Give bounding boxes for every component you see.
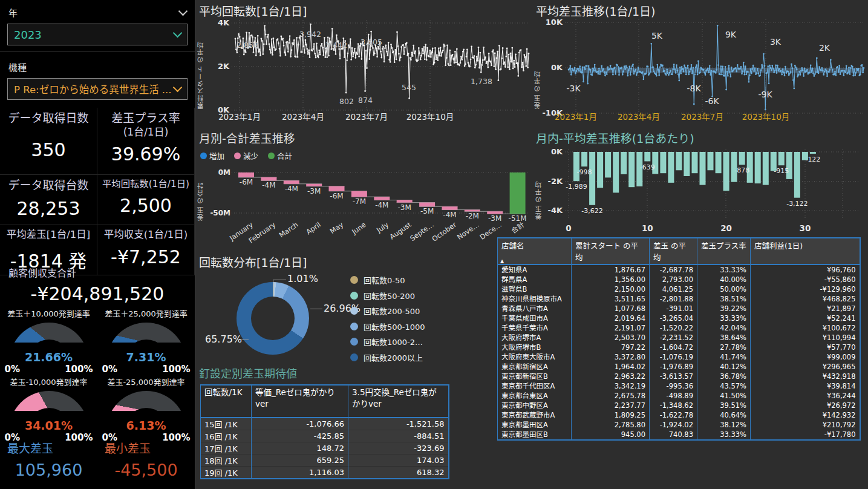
chevron-down-icon[interactable] [178, 6, 188, 16]
table-cell: -884.51 [348, 430, 449, 442]
legend-item[interactable]: 回転数0-50 [350, 274, 405, 286]
machine-filter-label: 機種 [8, 61, 27, 73]
extreme-card: 最大差玉105,960 [0, 439, 97, 479]
table-row[interactable]: 東京都墨田区B945.00740.8333.33%-¥17,780 [498, 430, 860, 440]
svg-text:0K: 0K [551, 63, 563, 72]
table-row[interactable]: 青森県八戸市A1,077.68-391.0139.22%¥21,897 [498, 304, 860, 313]
table-cell: -1,521.58 [348, 418, 449, 430]
svg-text:-915: -915 [774, 167, 789, 175]
table-row[interactable]: 千葉県千葉市A2,191.07-1,520.2242.04%¥100,672 [498, 323, 860, 333]
table-row[interactable]: 愛知県A1,876.67-2,687.7833.33%¥96,760 [498, 264, 860, 275]
table-cell: 東京都千代田区A [498, 381, 572, 391]
table-cell: 滋賀県B [498, 284, 572, 294]
table-row[interactable]: 18回 /1K659.25174.03 [201, 455, 449, 467]
spin-distribution-donut[interactable] [237, 282, 309, 355]
table-row[interactable]: 大阪府東大阪市A3,372.80-1,076.1941.74%¥99,009 [498, 352, 860, 362]
table-cell: -995.36 [650, 381, 697, 391]
table-cell: 42.04% [697, 323, 751, 333]
svg-text:1,738: 1,738 [471, 77, 492, 86]
table-cell: 愛知県A [498, 264, 572, 275]
table-row[interactable]: 東京都武蔵野市A1,809.25-1,622.7840.64%¥142,932 [498, 410, 860, 420]
table-row[interactable]: 大阪府堺市B797.22-1,604.7227.78%¥57,770 [498, 343, 860, 352]
extreme-value: -45,500 [97, 461, 195, 479]
extreme-card: 最小差玉-45,500 [97, 439, 195, 479]
svg-text:10: 10 [642, 223, 653, 233]
gauge-arc[interactable]: 21.66% [9, 323, 89, 363]
extremes-row: 最大差玉105,960最小差玉-45,500 [0, 439, 195, 479]
column-header[interactable]: 店舗利益(1日) [751, 238, 860, 264]
table-row[interactable]: 群馬県A1,356.002,793.0040.00%-¥55,860 [498, 275, 860, 284]
svg-text:March: March [278, 220, 300, 240]
table-row[interactable]: 神奈川県相模原市A3,511.65-2,801.8838.51%¥468,825 [498, 294, 860, 304]
column-header[interactable]: 差玉プラス率 [697, 238, 751, 264]
legend-item[interactable]: 回転数1000-2… [350, 336, 423, 347]
svg-text:-4M: -4M [262, 181, 275, 189]
total-balance-label: 顧客側収支合計 [0, 265, 195, 280]
table-row[interactable]: 16回 /1K-425.85-884.51 [201, 430, 449, 442]
table-row[interactable]: 大阪府堺市A2,503.70-2,231.5238.64%¥110,994 [498, 333, 860, 343]
table-row[interactable]: 滋賀県B2,150.004,061.2550.00%-¥129,960 [498, 284, 860, 294]
table-row[interactable]: 東京都千代田区A3,342.19-995.3643.57%¥39,814 [498, 381, 860, 391]
legend-item[interactable]: 回転数200-500 [350, 305, 420, 317]
table-row[interactable]: 東京都新宿区A1,964.02-1,976.8940.12%¥296,965 [498, 362, 860, 372]
legend-label: 回転数0-50 [364, 274, 405, 286]
gauge-arc[interactable]: 6.13% [106, 391, 186, 431]
gauge-value: 34.01% [9, 419, 89, 432]
gauge-min: 0% [102, 364, 117, 375]
gauge-arc[interactable]: 34.01% [9, 391, 89, 431]
waterfall-chart[interactable]: 0M-50M-6M-4M-4M-3M-6M-7M-4M-3M-5M-4M-2M-… [195, 127, 533, 251]
table-cell: 3,342.19 [572, 381, 650, 391]
table-cell: ¥39,814 [751, 381, 860, 391]
table-row[interactable]: 19回 /1K1,116.03618.32 [201, 467, 449, 479]
year-select[interactable]: 2023 [7, 24, 188, 45]
column-header[interactable]: 差玉 の平均 [650, 238, 697, 264]
column-header[interactable]: 累計スタート の平均 [572, 238, 650, 264]
table-cell: 東京都武蔵野市A [498, 410, 572, 420]
table-cell: 39.51% [697, 401, 751, 410]
kpi-card: 差玉プラス率(1台/1日)39.69% [97, 108, 195, 175]
table-cell: 33.33% [697, 313, 751, 323]
table-cell: 東京都墨田区A [498, 420, 572, 430]
avg-spins-line-chart[interactable]: 4K2K0K2023年1月2023年4月2023年7月2023年10月2,858… [195, 0, 533, 127]
table-row[interactable]: 東京都中野区A2,237.77-1,348.6239.51%¥26,972 [498, 401, 860, 410]
svg-text:-8K: -8K [687, 84, 701, 93]
svg-text:-7M: -7M [353, 197, 366, 206]
avg-balls-line-chart[interactable]: 10K0K-10K2023年1月2023年4月2023年7月2023年10月5K… [532, 0, 868, 127]
svg-text:-4M: -4M [285, 185, 298, 193]
table-cell: ¥142,932 [751, 410, 860, 420]
svg-text:May: May [328, 220, 345, 235]
svg-text:3,442: 3,442 [325, 41, 347, 50]
table-cell: 3,372.80 [572, 352, 650, 362]
table-cell: 千葉県成田市A [498, 313, 572, 323]
callout-line [273, 280, 273, 284]
svg-text:Septe…: Septe… [408, 220, 436, 243]
table-row[interactable]: 東京都新宿区B2,963.22-3,613.5736.78%¥432,918 [498, 372, 860, 381]
machine-select[interactable]: P Re:ゼロから始める異世界生活 ... [7, 78, 188, 100]
svg-text:-4M: -4M [443, 211, 456, 219]
panel-avg-spins: 平均回転数[1台/1日] 累計スタート の平均 4K2K0K2023年1月202… [195, 0, 533, 127]
column-header[interactable]: 等価_Reゼロ鬼がかりver [252, 385, 348, 418]
table-row[interactable]: 東京都台東区A2,675.78-498.8941.50%¥36,244 [498, 391, 860, 401]
gauge-arc[interactable]: 7.31% [106, 323, 186, 363]
gauge-label: 差玉＋10,000発到達率 [0, 307, 97, 319]
svg-text:0K: 0K [551, 147, 563, 156]
table-cell: 38.51% [697, 294, 751, 304]
legend-item[interactable]: 回転数500-1000 [350, 321, 425, 332]
table-row[interactable]: 千葉県成田市A2,019.64-3,265.0433.33%¥52,241 [498, 313, 860, 323]
table-row[interactable]: 17回 /1K148.72-323.69 [201, 442, 449, 455]
svg-text:-6K: -6K [705, 96, 719, 106]
column-header[interactable]: 回転数/1K [201, 385, 252, 418]
kpi-card: データ取得台数28,253 [0, 175, 97, 225]
table-row[interactable]: 東京都墨田区A2,785.80-1,924.0238.12%¥210,792 [498, 420, 860, 430]
table-cell: -2,687.78 [650, 264, 697, 275]
legend-item[interactable]: 回転数50-200 [350, 290, 415, 301]
column-header[interactable]: 3.5円交換_Reゼロ鬼がかりver [348, 385, 449, 418]
legend-item[interactable]: 回転数2000以上 [350, 352, 423, 363]
table-cell: -2,231.52 [650, 333, 697, 343]
table-row[interactable]: 15回 /1K-1,076.66-1,521.58 [201, 418, 449, 430]
column-header[interactable]: 店舗名▲ [498, 238, 572, 264]
kpi-value: 2,500 [97, 195, 194, 216]
kpi-value: -¥7,252 [97, 246, 194, 267]
table-cell: ¥21,897 [751, 304, 860, 313]
monthly-daily-bar-chart[interactable]: 0K-2K-4K0102030-1,989-998-3,622-639-878-… [532, 127, 868, 237]
